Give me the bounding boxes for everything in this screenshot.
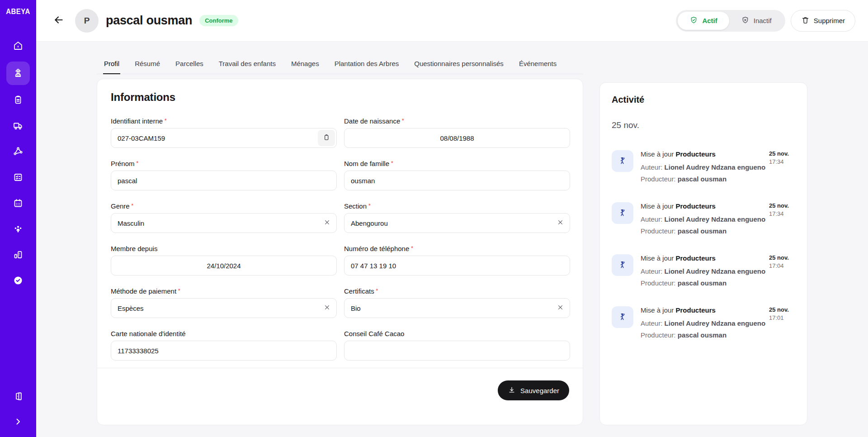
section-select[interactable] xyxy=(344,213,570,233)
field-carte-nationale-identite: Carte nationale d'identité xyxy=(111,330,337,361)
conseil-cafe-cacao-input[interactable] xyxy=(344,341,570,361)
back-button[interactable] xyxy=(51,13,67,29)
inactive-toggle-button[interactable]: Inactif xyxy=(729,12,783,30)
clear-button[interactable] xyxy=(556,218,565,228)
field-identifiant-interne: Identifiant interne xyxy=(111,117,337,148)
carte-nationale-identite-input[interactable] xyxy=(111,341,337,361)
delete-button-label: Supprimer xyxy=(814,17,845,24)
arrow-left-icon xyxy=(53,14,65,27)
sidebar-nav xyxy=(6,36,30,291)
door-icon xyxy=(13,391,24,403)
field-genre: Genre xyxy=(111,202,337,233)
save-button[interactable]: Sauvegarder xyxy=(498,380,569,400)
producer-label: Producteur: xyxy=(641,279,676,287)
field-date-de-naissance: Date de naissance xyxy=(344,117,570,148)
x-icon xyxy=(323,304,331,313)
identifiant-interne-input[interactable] xyxy=(111,128,337,148)
sidebar-item-logout[interactable] xyxy=(8,386,28,407)
activity-target: Producteurs xyxy=(676,202,716,210)
activity-timestamp: 25 nov. 17:04 xyxy=(769,254,795,289)
activity-date-group: 25 nov. xyxy=(612,120,795,130)
activity-date: 25 nov. xyxy=(769,254,795,261)
avatar: P xyxy=(75,9,99,33)
main-content: Profil Résumé Parcelles Travail des enfa… xyxy=(36,42,868,437)
field-membre-depuis: Membre depuis xyxy=(111,245,337,276)
shield-x-icon xyxy=(741,16,750,26)
sidebar-item-questionnaires[interactable] xyxy=(8,167,28,188)
sidebar-item-reports[interactable] xyxy=(8,245,28,266)
tab-evenements[interactable]: Événements xyxy=(518,57,557,74)
tab-resume[interactable]: Résumé xyxy=(134,57,161,74)
x-icon xyxy=(557,304,564,313)
genre-select[interactable] xyxy=(111,213,337,233)
status-toggle: Actif Inactif xyxy=(676,10,785,32)
field-conseil-cafe-cacao: Conseil Café Cacao xyxy=(344,330,570,361)
farmer-activity-icon xyxy=(612,254,633,276)
clear-button[interactable] xyxy=(556,304,565,313)
activity-action: Mise à jour xyxy=(641,202,674,210)
numero-de-telephone-input[interactable] xyxy=(344,256,570,276)
activity-date: 25 nov. xyxy=(769,306,795,313)
tab-profil[interactable]: Profil xyxy=(103,57,120,74)
inactive-toggle-label: Inactif xyxy=(754,17,772,24)
delete-button[interactable]: Supprimer xyxy=(791,10,855,32)
activity-item: Mise à jour Producteurs Auteur: Lionel A… xyxy=(612,306,795,341)
producer-label: Producteur: xyxy=(641,331,676,339)
tab-parcelles[interactable]: Parcelles xyxy=(175,57,204,74)
sidebar-item-validation[interactable] xyxy=(8,271,28,291)
field-nom-de-famille: Nom de famille xyxy=(344,160,570,190)
producer-name: pascal ousman xyxy=(678,279,726,287)
producer-label: Producteur: xyxy=(641,175,676,183)
sidebar-footer xyxy=(8,386,28,432)
clipboard-icon xyxy=(13,95,24,107)
check-badge-icon xyxy=(13,275,24,287)
activity-timestamp: 25 nov. 17:34 xyxy=(769,150,795,185)
form-footer: Sauvegarder xyxy=(97,368,583,413)
activity-date: 25 nov. xyxy=(769,150,795,157)
activity-time: 17:34 xyxy=(769,210,795,217)
truck-icon xyxy=(13,120,24,133)
author-label: Auteur: xyxy=(641,163,662,171)
activity-target: Producteurs xyxy=(676,306,716,314)
active-toggle-button[interactable]: Actif xyxy=(678,12,729,30)
activity-item: Mise à jour Producteurs Auteur: Lionel A… xyxy=(612,202,795,237)
field-methode-de-paiement: Méthode de paiement xyxy=(111,287,337,318)
sidebar-item-deliveries[interactable] xyxy=(8,116,28,137)
producer-label: Producteur: xyxy=(641,227,676,235)
sidebar-item-producers[interactable] xyxy=(6,62,30,85)
form-grid: Identifiant interne Date de naissance Pr… xyxy=(111,117,569,361)
farmer-activity-icon xyxy=(612,150,633,172)
copy-button[interactable] xyxy=(318,130,335,146)
tab-plantation-des-arbres[interactable]: Plantation des Arbres xyxy=(334,57,400,74)
methode-de-paiement-select[interactable] xyxy=(111,298,337,318)
clear-button[interactable] xyxy=(322,218,331,228)
activity-target: Producteurs xyxy=(676,254,716,262)
sidebar-item-parcels[interactable] xyxy=(8,142,28,162)
sidebar-item-home[interactable] xyxy=(8,36,28,57)
field-label: Date de naissance xyxy=(344,117,570,125)
date-de-naissance-input[interactable] xyxy=(344,128,570,148)
author-name: Lionel Audrey Ndzana engueno xyxy=(665,267,766,275)
clear-button[interactable] xyxy=(322,304,331,313)
certificats-select[interactable] xyxy=(344,298,570,318)
tab-menages[interactable]: Ménages xyxy=(290,57,320,74)
chevron-right-icon xyxy=(13,416,24,428)
field-label: Genre xyxy=(111,202,337,210)
field-numero-de-telephone: Numéro de téléphone xyxy=(344,245,570,276)
x-icon xyxy=(323,218,331,228)
sidebar: ABEYA xyxy=(0,0,36,437)
tab-travail-des-enfants[interactable]: Travail des enfants xyxy=(218,57,277,74)
sidebar-collapse-button[interactable] xyxy=(8,412,28,432)
field-label: Membre depuis xyxy=(111,245,337,252)
activity-item: Mise à jour Producteurs Auteur: Lionel A… xyxy=(612,150,795,185)
membre-depuis-input[interactable] xyxy=(111,256,337,276)
nom-de-famille-input[interactable] xyxy=(344,171,570,190)
sidebar-item-households[interactable] xyxy=(8,219,28,240)
sidebar-item-surveys[interactable] xyxy=(8,90,28,111)
prenom-input[interactable] xyxy=(111,171,337,190)
sidebar-item-calendar[interactable] xyxy=(8,193,28,214)
field-label: Carte nationale d'identité xyxy=(111,330,337,337)
home-icon xyxy=(13,40,24,52)
field-label: Nom de famille xyxy=(344,160,570,167)
tab-questionnaires-personnalises[interactable]: Questionnaires personnalisés xyxy=(413,57,505,74)
